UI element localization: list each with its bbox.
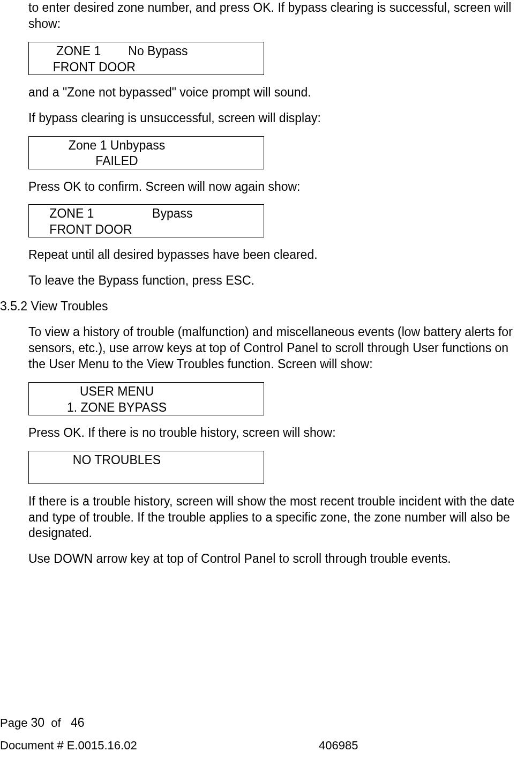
display-line: Zone 1 Unbypass [29,138,264,154]
display-line: USER MENU [29,384,264,400]
display-line: NO TROUBLES [29,452,264,468]
body-paragraph: If there is a trouble history, screen wi… [28,494,521,542]
display-line: FRONT DOOR [29,59,264,76]
body-paragraph: Press OK to confirm. Screen will now aga… [28,179,521,195]
display-line: FAILED [29,153,264,169]
body-paragraph: Repeat until all desired bypasses have b… [28,247,521,263]
body-paragraph: If bypass clearing is unsuccessful, scre… [28,110,521,126]
document-number: 406985 [319,738,358,754]
display-line: ZONE 1 Bypass [29,206,264,222]
body-paragraph: To view a history of trouble (malfunctio… [28,324,521,373]
section-heading: 3.5.2 View Troubles [0,299,521,315]
display-line: ZONE 1 No Bypass [29,43,264,59]
document-id: Document # E.0015.16.02 [0,739,137,752]
page-footer: Page 30 of 46 Document # E.0015.16.02 40… [0,715,532,754]
lcd-display-unbypass-failed: Zone 1 Unbypass FAILED [28,136,264,169]
page-current: 30 [31,716,45,730]
body-paragraph: Use DOWN arrow key at top of Control Pan… [28,551,521,567]
intro-paragraph: to enter desired zone number, and press … [28,0,521,32]
section-number: 3.5.2 [0,299,27,313]
page-total: 46 [71,716,85,730]
body-paragraph: Press OK. If there is no trouble history… [28,425,521,441]
lcd-display-no-bypass: ZONE 1 No Bypass FRONT DOOR [28,42,264,75]
display-line: 1. ZONE BYPASS [29,400,264,416]
display-line: FRONT DOOR [29,222,264,238]
display-line [29,468,264,485]
lcd-display-user-menu: USER MENU 1. ZONE BYPASS [28,382,264,415]
page-label: Page [0,716,27,730]
lcd-display-bypass: ZONE 1 Bypass FRONT DOOR [28,204,264,237]
body-paragraph: To leave the Bypass function, press ESC. [28,273,521,289]
section-title: View Troubles [31,299,108,313]
lcd-display-no-troubles: NO TROUBLES [28,451,264,484]
page-of: of [51,716,61,730]
body-paragraph: and a "Zone not bypassed" voice prompt w… [28,85,521,101]
